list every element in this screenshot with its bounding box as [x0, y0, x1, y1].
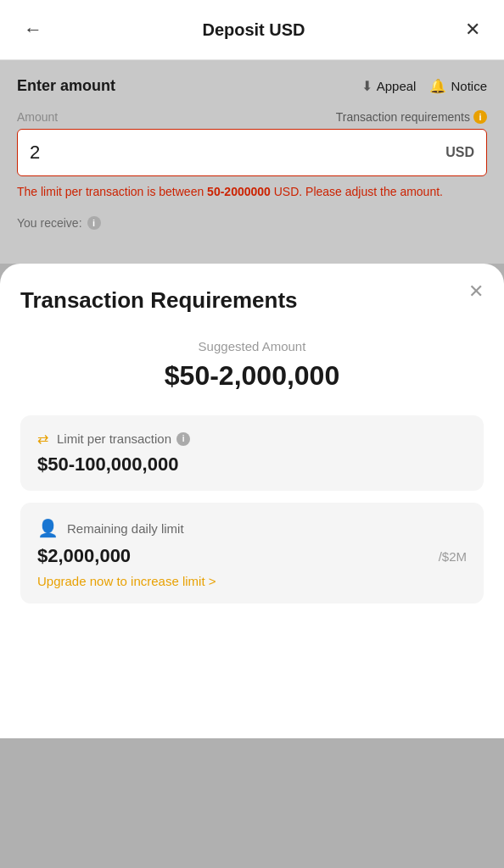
limit-per-tx-value: $50-100,000,000 — [37, 453, 467, 476]
notice-label: Notice — [451, 79, 487, 93]
currency-label: USD — [445, 145, 474, 160]
amount-input[interactable] — [30, 142, 445, 164]
suggested-amount-label: Suggested Amount — [20, 339, 484, 353]
appeal-label: Appeal — [377, 79, 417, 93]
you-receive-label: You receive: — [17, 216, 82, 230]
back-button[interactable]: ← — [17, 15, 49, 44]
you-receive-row: You receive: i — [17, 216, 487, 230]
enter-amount-row: Enter amount ⬇ Appeal 🔔 Notice — [17, 77, 487, 95]
close-button[interactable]: ✕ — [458, 15, 487, 44]
modal-title: Transaction Requirements — [20, 287, 484, 314]
error-highlight: 50-2000000 — [207, 185, 271, 198]
limit-per-transaction-card: ⇄ Limit per transaction i $50-100,000,00… — [20, 415, 484, 491]
page-header: ← Deposit USD ✕ — [0, 0, 504, 60]
appeal-icon: ⬇ — [361, 78, 372, 94]
tx-requirements-label: Transaction requirements i — [336, 110, 487, 124]
appeal-notice-row: ⬇ Appeal 🔔 Notice — [361, 78, 487, 94]
limit-card-label: Limit per transaction i — [57, 431, 190, 446]
notice-icon: 🔔 — [429, 78, 446, 94]
page-title: Deposit USD — [202, 20, 305, 40]
error-message: The limit per transaction is between 50-… — [17, 183, 487, 201]
upgrade-link[interactable]: Upgrade now to increase limit > — [37, 574, 467, 588]
amount-field-label: Amount — [17, 110, 58, 124]
suggested-amount-section: Suggested Amount $50-2,000,000 — [20, 339, 484, 392]
notice-button[interactable]: 🔔 Notice — [429, 78, 487, 94]
person-icon: 👤 — [37, 518, 59, 538]
daily-limit-value: $2,000,000 — [37, 545, 131, 567]
you-receive-info-icon: i — [87, 216, 101, 230]
info-icon: i — [473, 110, 487, 124]
transaction-requirements-modal: ✕ Transaction Requirements Suggested Amo… — [0, 264, 504, 738]
suggested-amount-value: $50-2,000,000 — [20, 360, 484, 392]
daily-limit-label: Remaining daily limit — [67, 521, 184, 536]
daily-limit-max: /$2M — [439, 549, 467, 564]
daily-limit-card: 👤 Remaining daily limit $2,000,000 /$2M … — [20, 503, 484, 604]
amount-row-label: Amount Transaction requirements i — [17, 110, 487, 124]
enter-amount-label: Enter amount — [17, 77, 115, 95]
amount-input-wrap[interactable]: USD — [17, 129, 487, 176]
arrows-icon: ⇄ — [37, 431, 48, 447]
modal-close-button[interactable]: ✕ — [468, 282, 484, 301]
appeal-button[interactable]: ⬇ Appeal — [361, 78, 417, 94]
limit-info-icon: i — [176, 432, 190, 446]
limit-card-header: ⇄ Limit per transaction i — [37, 431, 467, 447]
daily-limit-value-row: $2,000,000 /$2M — [37, 545, 467, 567]
deposit-form-area: Enter amount ⬇ Appeal 🔔 Notice Amount Tr… — [0, 60, 504, 264]
daily-limit-header: 👤 Remaining daily limit — [37, 518, 467, 538]
